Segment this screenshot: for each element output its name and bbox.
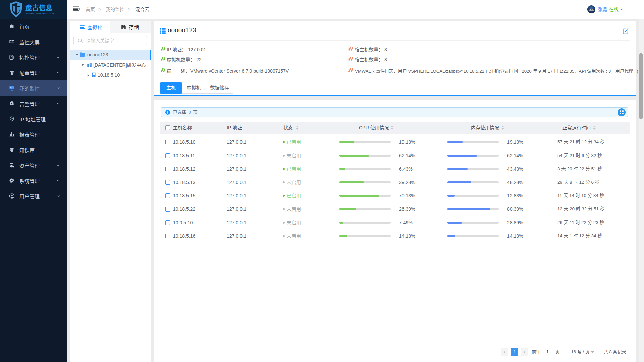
svg-text:IP: IP	[11, 118, 13, 120]
